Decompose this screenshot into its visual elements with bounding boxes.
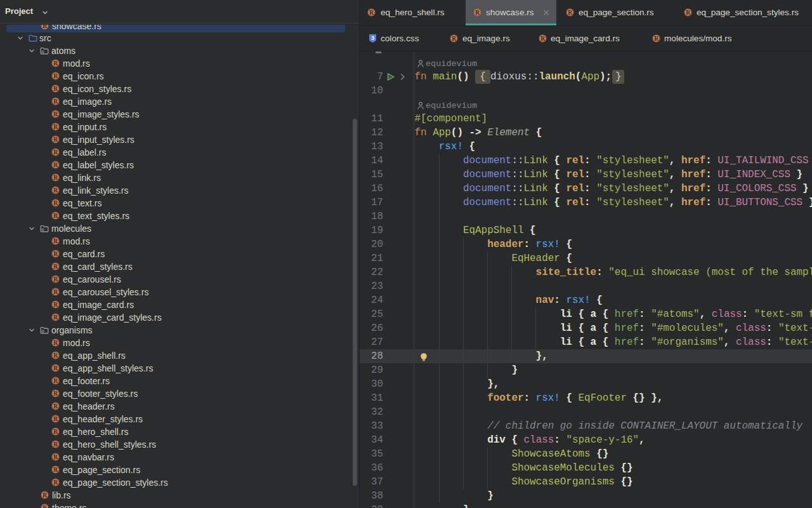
- svg-text:R: R: [53, 314, 58, 321]
- svg-text:R: R: [540, 36, 545, 42]
- svg-text:R: R: [53, 416, 58, 422]
- svg-text:R: R: [53, 124, 58, 130]
- svg-text:R: R: [53, 86, 58, 92]
- svg-text:R: R: [53, 403, 58, 410]
- svg-text:R: R: [369, 10, 374, 16]
- svg-text:R: R: [53, 365, 58, 371]
- svg-text:R: R: [53, 187, 58, 194]
- svg-text:R: R: [53, 289, 58, 295]
- svg-text:R: R: [686, 10, 690, 16]
- svg-text:R: R: [53, 60, 58, 67]
- svg-text:R: R: [53, 479, 58, 486]
- svg-text:R: R: [53, 162, 58, 168]
- svg-text:R: R: [53, 200, 58, 206]
- svg-text:R: R: [43, 492, 47, 498]
- svg-text:R: R: [475, 10, 480, 16]
- svg-text:R: R: [53, 213, 58, 219]
- svg-text:R: R: [53, 149, 58, 156]
- svg-text:R: R: [53, 137, 58, 143]
- svg-text:R: R: [53, 238, 58, 244]
- svg-text:R: R: [43, 25, 47, 29]
- svg-text:R: R: [43, 505, 47, 508]
- svg-text:R: R: [53, 352, 58, 359]
- svg-text:R: R: [53, 429, 58, 435]
- svg-text:R: R: [53, 467, 58, 473]
- svg-text:R: R: [568, 10, 572, 16]
- svg-text:R: R: [53, 98, 58, 105]
- svg-text:R: R: [452, 36, 456, 42]
- svg-text:R: R: [53, 175, 58, 181]
- svg-text:R: R: [53, 251, 58, 257]
- svg-text:3: 3: [371, 35, 374, 41]
- svg-text:R: R: [53, 340, 58, 346]
- svg-text:R: R: [53, 276, 58, 283]
- svg-text:R: R: [53, 73, 58, 79]
- svg-text:R: R: [53, 264, 58, 270]
- svg-text:R: R: [654, 36, 658, 42]
- svg-text:R: R: [53, 111, 58, 117]
- svg-text:R: R: [53, 441, 58, 448]
- svg-text:R: R: [53, 391, 58, 397]
- svg-text:R: R: [53, 302, 58, 308]
- svg-text:R: R: [53, 378, 58, 384]
- svg-text:R: R: [53, 454, 58, 460]
